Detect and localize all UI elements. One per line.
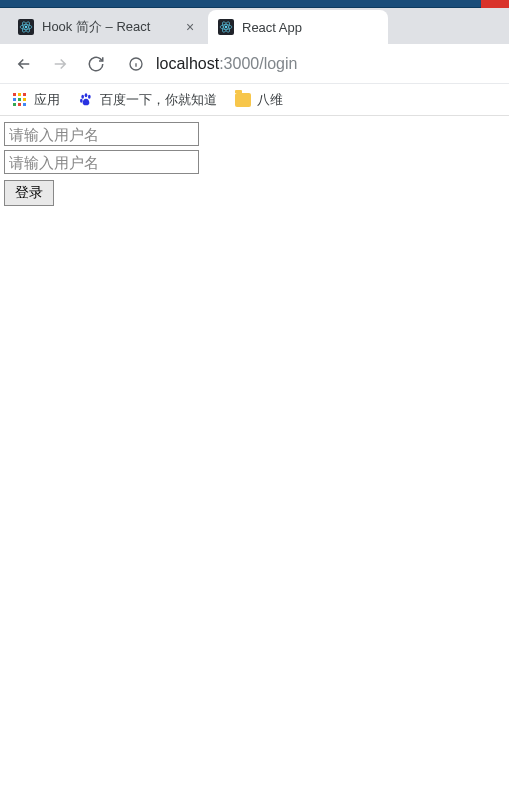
tab-title: Hook 简介 – React xyxy=(42,18,174,36)
baidu-icon xyxy=(78,92,94,108)
svg-point-0 xyxy=(25,26,27,28)
browser-toolbar: localhost:3000/login xyxy=(0,44,509,84)
bookmark-baidu[interactable]: 百度一下，你就知道 xyxy=(78,91,217,109)
tab-title: React App xyxy=(242,20,378,35)
bookmark-apps[interactable]: 应用 xyxy=(12,91,60,109)
address-bar[interactable]: localhost:3000/login xyxy=(156,55,297,73)
tab-hook-intro[interactable]: Hook 简介 – React × xyxy=(8,10,208,44)
bookmark-label: 百度一下，你就知道 xyxy=(100,91,217,109)
bookmarks-bar: 应用 百度一下，你就知道 八维 xyxy=(0,84,509,116)
svg-point-13 xyxy=(88,94,91,98)
window-close-button[interactable] xyxy=(481,0,509,8)
svg-point-12 xyxy=(85,93,88,97)
username-input[interactable] xyxy=(4,122,199,146)
login-button[interactable]: 登录 xyxy=(4,180,54,206)
react-icon xyxy=(18,19,34,35)
tab-react-app[interactable]: React App xyxy=(208,10,388,44)
forward-button[interactable] xyxy=(44,48,76,80)
svg-point-11 xyxy=(81,94,84,98)
bookmark-label: 应用 xyxy=(34,91,60,109)
tab-strip: Hook 简介 – React × React App xyxy=(0,8,509,44)
bookmark-folder-bawei[interactable]: 八维 xyxy=(235,91,283,109)
window-titlebar xyxy=(0,0,509,8)
svg-point-14 xyxy=(80,98,83,102)
tab-close-button[interactable]: × xyxy=(182,19,198,35)
back-button[interactable] xyxy=(8,48,40,80)
page-content: 登录 xyxy=(0,116,509,212)
site-info-icon[interactable] xyxy=(126,54,146,74)
reload-button[interactable] xyxy=(80,48,112,80)
password-input[interactable] xyxy=(4,150,199,174)
apps-icon xyxy=(12,92,28,108)
url-host: localhost xyxy=(156,55,219,72)
svg-point-4 xyxy=(225,26,227,28)
bookmark-label: 八维 xyxy=(257,91,283,109)
url-path: :3000/login xyxy=(219,55,297,72)
react-icon xyxy=(218,19,234,35)
folder-icon xyxy=(235,93,251,107)
